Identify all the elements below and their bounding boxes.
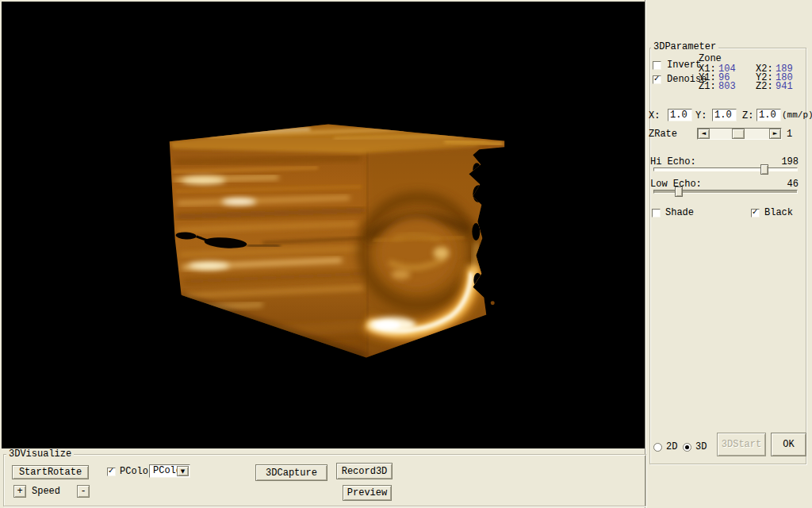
low-echo-value: 46 (777, 179, 799, 189)
x-scale-label: X: (649, 111, 660, 121)
zone-z1-label: Z1: (699, 82, 716, 91)
black-checkbox[interactable]: ✓ (751, 209, 760, 217)
zrate-scroll-left-button[interactable]: ◄ (698, 129, 710, 139)
hi-echo-value: 198 (777, 157, 799, 167)
speed-label: Speed (32, 487, 60, 496)
pcolor-checkbox[interactable]: ✓ (107, 468, 116, 476)
zrate-scroll-right-button[interactable]: ► (769, 129, 781, 139)
zrate-scroll-thumb[interactable] (732, 129, 745, 139)
scale-unit-label: (mm/p) (782, 110, 812, 120)
denoise-checkbox[interactable]: ✓ (653, 75, 661, 84)
check-icon: ✓ (752, 207, 758, 216)
low-echo-slider-thumb[interactable] (675, 187, 683, 197)
hi-echo-slider-track[interactable] (653, 167, 798, 171)
mode-3d-label: 3D (695, 442, 707, 452)
check-icon: ✓ (108, 466, 114, 475)
pcolor-dropdown-button[interactable]: ▼ (177, 466, 189, 476)
radio-dot (685, 445, 689, 449)
mode-2d-radio[interactable] (653, 443, 662, 452)
x-scale-input[interactable] (668, 109, 692, 121)
chevron-down-icon: ▼ (181, 468, 185, 475)
speed-plus-button[interactable]: + (13, 485, 26, 498)
invert-label: Invert (667, 60, 701, 70)
mode-2d-label: 2D (666, 442, 677, 452)
app-window: { "colors": { "panel_bg": "#ece9d8", "vi… (0, 0, 812, 508)
zone-title: Zone (699, 54, 722, 64)
hi-echo-label: Hi Echo: (650, 157, 696, 167)
volume-3d-render (2, 2, 645, 448)
pcolor-dropdown[interactable]: PColor ▼ (149, 464, 190, 478)
z-scale-label: Z: (742, 111, 753, 121)
start-rotate-button[interactable]: StartRotate (12, 465, 89, 479)
record-3d-button[interactable]: Record3D (336, 463, 393, 479)
arrow-left-icon: ◄ (702, 131, 706, 137)
zone-z2-label: Z2: (756, 82, 773, 91)
zrate-scrollbar[interactable]: ◄ ► (697, 128, 782, 140)
render-viewport[interactable] (2, 2, 645, 448)
mode-3d-radio[interactable] (683, 443, 691, 452)
y-scale-input[interactable] (712, 109, 737, 121)
preview-button[interactable]: Preview (343, 485, 392, 501)
zrate-label: ZRate (649, 129, 677, 139)
check-icon: ✓ (653, 74, 660, 83)
zone-z1-value: 803 (718, 82, 736, 91)
shade-checkbox[interactable] (652, 209, 661, 217)
hi-echo-slider-thumb[interactable] (760, 164, 768, 175)
speed-minus-button[interactable]: - (77, 485, 90, 498)
visualize-group-title: 3DVisualize (6, 449, 74, 459)
y-scale-label: Y: (695, 111, 707, 121)
black-label: Black (764, 208, 793, 217)
start-3d-button[interactable]: 3DStart (717, 433, 766, 456)
invert-checkbox[interactable] (653, 61, 661, 70)
zrate-value: 1 (787, 129, 792, 139)
arrow-right-icon: ► (773, 131, 777, 137)
shade-label: Shade (665, 208, 694, 217)
capture-3d-button[interactable]: 3DCapture (255, 464, 327, 481)
z-scale-input[interactable] (756, 109, 781, 121)
ok-button[interactable]: OK (771, 433, 806, 456)
zone-z2-value: 941 (776, 82, 793, 91)
parameter-group-title: 3DParameter (651, 42, 718, 52)
